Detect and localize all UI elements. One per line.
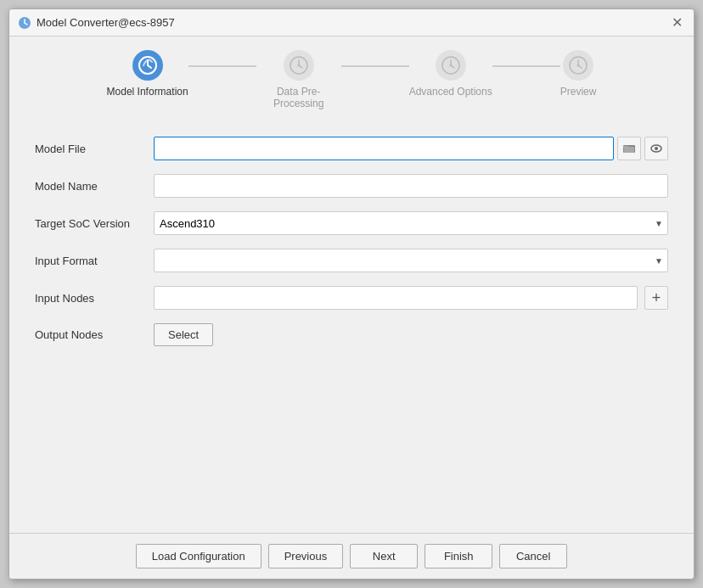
eye-icon xyxy=(650,144,662,153)
step-1-circle xyxy=(132,50,163,81)
target-soc-label: Target SoC Version xyxy=(35,217,154,230)
model-file-input[interactable] xyxy=(154,137,614,160)
step-data-preprocessing: Data Pre-Processing xyxy=(256,50,341,109)
folder-icon xyxy=(623,143,635,154)
model-file-browse-button[interactable] xyxy=(617,137,641,160)
main-window: Model Converter@ecs-8957 ✕ Model Informa… xyxy=(8,8,695,580)
footer: Load Configuration Previous Next Finish … xyxy=(9,533,694,579)
output-nodes-label: Output Nodes xyxy=(35,328,154,341)
svg-point-12 xyxy=(655,147,658,150)
load-configuration-button[interactable]: Load Configuration xyxy=(136,544,262,568)
app-icon xyxy=(18,16,31,30)
target-soc-select-wrapper: Ascend310 Ascend310P Ascend910 ▼ xyxy=(154,211,668,235)
titlebar-left: Model Converter@ecs-8957 xyxy=(18,16,175,30)
input-nodes-bar xyxy=(154,286,638,310)
target-soc-select[interactable]: Ascend310 Ascend310P Ascend910 xyxy=(154,211,668,235)
model-file-eye-button[interactable] xyxy=(644,137,668,160)
model-file-control xyxy=(154,137,668,160)
step-2-label: Data Pre-Processing xyxy=(256,86,341,109)
cancel-button[interactable]: Cancel xyxy=(499,544,567,568)
target-soc-control: Ascend310 Ascend310P Ascend910 ▼ xyxy=(154,211,668,235)
step-3-circle xyxy=(436,50,466,81)
model-name-label: Model Name xyxy=(35,180,154,193)
output-nodes-control: Select xyxy=(154,323,668,346)
model-name-row: Model Name xyxy=(35,174,668,198)
step-2-circle xyxy=(284,50,314,81)
next-button[interactable]: Next xyxy=(350,544,418,568)
input-nodes-control: + xyxy=(154,286,668,310)
step-3-label: Advanced Options xyxy=(409,86,492,98)
model-name-input[interactable] xyxy=(154,174,668,198)
input-format-select-wrapper: NCHW NHWC ND ▼ xyxy=(154,249,668,272)
form-content: Model File xyxy=(9,120,694,533)
step-4-circle xyxy=(563,50,593,81)
step-1-label: Model Information xyxy=(107,86,188,98)
connector-1 xyxy=(188,65,256,67)
previous-button[interactable]: Previous xyxy=(268,544,344,568)
step-4-label: Preview xyxy=(560,86,597,98)
step-preview: Preview xyxy=(560,50,597,98)
model-file-label: Model File xyxy=(35,143,154,155)
output-nodes-select-button[interactable]: Select xyxy=(154,323,213,346)
input-format-row: Input Format NCHW NHWC ND ▼ xyxy=(35,249,668,272)
input-nodes-label: Input Nodes xyxy=(35,292,154,305)
output-nodes-row: Output Nodes Select xyxy=(35,323,668,346)
step-model-information: Model Information xyxy=(107,50,188,98)
close-button[interactable]: ✕ xyxy=(668,14,685,31)
window-title: Model Converter@ecs-8957 xyxy=(37,16,175,29)
input-format-control: NCHW NHWC ND ▼ xyxy=(154,249,668,272)
connector-2 xyxy=(341,65,409,67)
model-name-control xyxy=(154,174,668,198)
model-file-row: Model File xyxy=(35,137,668,160)
input-nodes-add-button[interactable]: + xyxy=(644,286,668,310)
input-nodes-row: Input Nodes + xyxy=(35,286,668,310)
target-soc-row: Target SoC Version Ascend310 Ascend310P … xyxy=(35,211,668,235)
finish-button[interactable]: Finish xyxy=(425,544,492,568)
svg-rect-10 xyxy=(624,147,634,153)
step-advanced-options: Advanced Options xyxy=(409,50,492,98)
connector-3 xyxy=(492,65,560,67)
titlebar: Model Converter@ecs-8957 ✕ xyxy=(9,9,694,36)
stepper: Model Information Data Pre-Processing xyxy=(9,36,694,120)
input-format-select[interactable]: NCHW NHWC ND xyxy=(154,249,668,272)
input-format-label: Input Format xyxy=(35,255,154,267)
